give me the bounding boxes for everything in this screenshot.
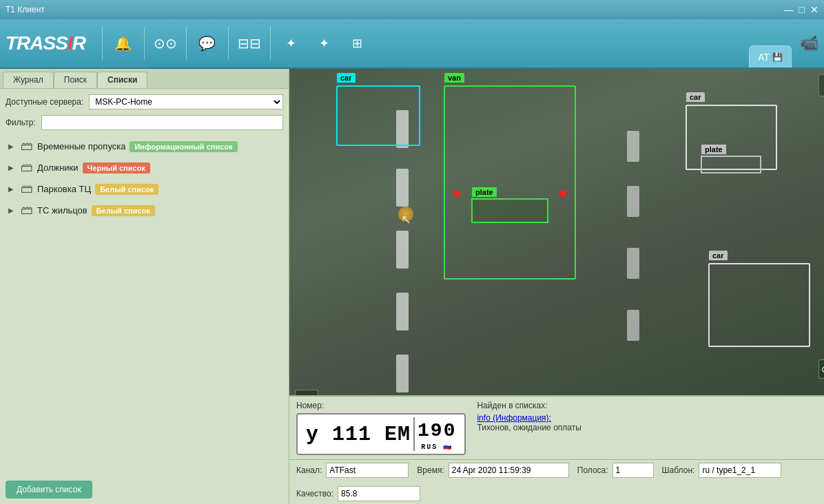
time-field: Время: (417, 463, 568, 478)
left-content: Доступные сервера: MSK-PC-Home Фильтр: ▶… (0, 89, 289, 475)
info-panel: Номер: у 111 ЕМ 190 RUS 🇷🇺 Найден в спис… (289, 395, 824, 459)
close-button[interactable]: ✕ (810, 4, 818, 15)
plate-region: 190 (418, 420, 456, 441)
detection-box-van: van plate (444, 85, 576, 280)
bottom-fields: Канал: Время: Полоса: Шаблон: Качество: (289, 459, 824, 504)
maximize-button[interactable]: □ (799, 4, 805, 15)
road-stripe-4 (396, 293, 409, 330)
van-plate-box: plate (471, 198, 548, 223)
toolbar-tabs: AT 💾 (749, 19, 792, 67)
list-name-1: Должники (37, 162, 79, 173)
road-stripe-8 (627, 248, 639, 279)
van-light-2 (559, 190, 566, 197)
badge-1: Черный список (83, 162, 150, 174)
detection-label-car3: car (709, 251, 728, 260)
toolbar-divider-1 (102, 27, 103, 60)
tab-journal[interactable]: Журнал (3, 72, 54, 88)
template-input[interactable] (699, 463, 781, 478)
lane-field: Полоса: (577, 463, 654, 478)
plate-number-label: Номер: (296, 401, 466, 410)
list-button[interactable]: ⊟⊟ (234, 28, 265, 59)
filter-label: Фильтр: (6, 118, 36, 127)
car2-plate-box: plate (701, 156, 761, 174)
logo-r: I (68, 32, 72, 54)
filter-input[interactable] (41, 115, 283, 130)
toolbar-divider-4 (228, 27, 229, 60)
puzzle-button[interactable]: ✦ (309, 28, 340, 59)
badge-2: Белый список (95, 184, 158, 195)
list-icon-0: 🗃 (21, 139, 33, 154)
tab-at-label: AT (758, 52, 770, 63)
list-name-0: Временные пропуска (37, 141, 125, 151)
circles3-button[interactable]: ⊙⊙ (818, 359, 824, 379)
lane-label: Полоса: (577, 465, 608, 475)
list-icon-1: 🗃 (21, 160, 33, 175)
zoom-button[interactable]: ⊕ (818, 74, 824, 96)
grid-button[interactable]: ⊞ (342, 28, 373, 59)
right-panel: car van plate car (289, 69, 824, 504)
time-label: Время: (417, 465, 444, 475)
window-controls[interactable]: — □ ✕ (784, 4, 818, 15)
road-scene: car van plate car (289, 69, 824, 395)
cursor-indicator: ↖ (401, 212, 411, 227)
tab-lists[interactable]: Списки (97, 72, 147, 88)
plate-text: у 111 ЕМ (306, 423, 411, 446)
plate-right: 190 RUS 🇷🇺 (413, 417, 456, 451)
found-label: Найден в списках: (477, 401, 817, 410)
expand-arrow-1: ▶ (8, 164, 17, 171)
quality-input[interactable] (338, 486, 420, 501)
camera-button[interactable]: 📹 (800, 34, 818, 52)
van-plate-label: plate (472, 187, 497, 197)
expand-arrow-2: ▶ (8, 185, 17, 193)
badge-3: Белый список (92, 205, 155, 216)
list-item-3[interactable]: ▶ 🗃 ТС жильцов Белый список (6, 200, 283, 221)
list-name-2: Парковка ТЦ (37, 184, 91, 194)
lane-input[interactable] (612, 463, 654, 478)
notifications-button[interactable]: 🔔 (108, 28, 138, 59)
road-stripe-2 (396, 169, 409, 207)
title-bar: T1 Клиент — □ ✕ (0, 0, 824, 19)
add-list-button[interactable]: Добавить список (6, 481, 92, 498)
time-input[interactable] (449, 463, 569, 478)
toolbar-divider-5 (270, 27, 271, 60)
road-stripe-6 (627, 131, 639, 162)
road-stripe-9 (627, 310, 639, 341)
list-item-1[interactable]: ▶ 🗃 Должники Черный список (6, 157, 283, 178)
detection-label-van: van (444, 73, 464, 83)
list-item-0[interactable]: ▶ 🗃 Временные пропуска Информационный сп… (6, 136, 283, 157)
channel-label: Канал: (296, 465, 322, 475)
messages-button[interactable]: 💬 (192, 28, 223, 59)
list-item-2[interactable]: ▶ 🗃 Парковка ТЦ Белый список (6, 178, 283, 200)
list-name-3: ТС жильцов (37, 205, 87, 216)
minimize-button[interactable]: — (784, 4, 794, 15)
quality-label: Качество: (296, 489, 333, 498)
snapshot-button[interactable]: 📷 (295, 390, 318, 395)
plate-section: Номер: у 111 ЕМ 190 RUS 🇷🇺 (296, 401, 466, 455)
tab-at[interactable]: AT 💾 (749, 45, 792, 67)
window-title: T1 Клиент (6, 5, 45, 14)
server-label: Доступные сервера: (6, 97, 83, 107)
detection-box-car3: car (708, 263, 810, 347)
server-select[interactable]: MSK-PC-Home (89, 94, 283, 109)
quality-field: Качество: (296, 486, 420, 501)
filter-row: Фильтр: (6, 115, 283, 130)
server-row: Доступные сервера: MSK-PC-Home (6, 94, 283, 109)
main-content: Журнал Поиск Списки Доступные сервера: M… (0, 69, 824, 504)
left-panel: Журнал Поиск Списки Доступные сервера: M… (0, 69, 289, 504)
channel-input[interactable] (326, 463, 409, 478)
template-label: Шаблон: (662, 465, 695, 475)
car2-plate-label: plate (701, 145, 726, 154)
found-link[interactable]: info (Информация): (477, 413, 817, 423)
tab-search[interactable]: Поиск (54, 72, 97, 88)
channel-field: Канал: (296, 463, 409, 478)
found-in-lists: Найден в списках: info (Информация): Тих… (477, 401, 817, 432)
list-icon-2: 🗃 (21, 182, 33, 196)
toolbar: TRASSIR 🔔 ⊙⊙ 💬 ⊟⊟ ✦ ✦ ⊞ AT 💾 📹 (0, 19, 824, 69)
expand-arrow-0: ▶ (8, 143, 17, 150)
road-stripe-5 (396, 355, 409, 392)
detection-label-car1: car (337, 73, 356, 83)
toolbar-divider-3 (186, 27, 187, 60)
magic-button[interactable]: ✦ (276, 28, 307, 59)
toolbar-divider-2 (144, 27, 145, 60)
circles-button[interactable]: ⊙⊙ (150, 28, 181, 59)
